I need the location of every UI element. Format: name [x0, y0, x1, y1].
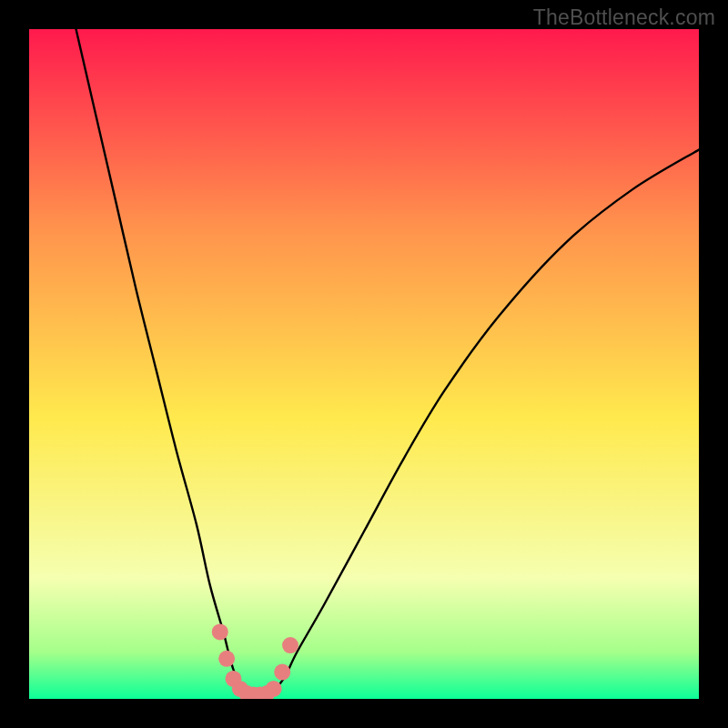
gradient-background — [29, 29, 699, 699]
chart-svg — [29, 29, 699, 699]
marker-dot — [218, 651, 235, 667]
chart-frame: TheBottleneck.com — [0, 0, 728, 728]
marker-dot — [274, 664, 290, 681]
plot-area — [29, 29, 699, 699]
watermark-text: TheBottleneck.com — [533, 5, 715, 30]
marker-dot — [266, 681, 282, 697]
marker-dot — [282, 637, 298, 653]
marker-dot — [212, 623, 228, 640]
